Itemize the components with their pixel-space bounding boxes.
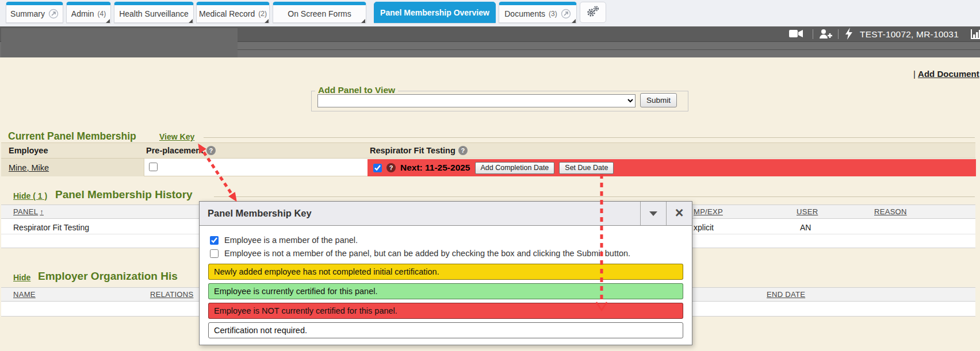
tab-medical-count: (2) — [258, 10, 267, 18]
history-col-panel[interactable]: PANEL↑ — [13, 207, 44, 216]
history-col-comp-exp[interactable]: MP/EXP — [694, 207, 723, 216]
add-document-link[interactable]: Add Document — [918, 69, 979, 79]
key-row-member-text: Employee is a member of the panel. — [224, 236, 358, 245]
tab-pmo-label: Panel Membership Overview — [380, 8, 489, 17]
tab-admin-label: Admin — [71, 9, 94, 18]
key-row-green: Employee is currently certified for this… — [208, 283, 683, 299]
history-hide-link[interactable]: Hide ( 1 ) — [13, 191, 47, 200]
employer-col-end-date[interactable]: END DATE — [767, 290, 805, 299]
add-panel-select[interactable] — [317, 94, 636, 107]
employer-title: Employer Organization His — [38, 270, 178, 283]
tab-onscreen-label: On Screen Forms — [288, 9, 351, 18]
panel-membership-overview-page: Summary Admin (4) Health Surveillance Me… — [0, 0, 980, 351]
tab-documents-label: Documents — [504, 9, 545, 18]
popout-icon[interactable] — [48, 9, 59, 19]
sort-ascending-icon: ↑ — [40, 207, 44, 216]
help-icon[interactable]: ? — [386, 163, 396, 172]
collapsed-menu-block — [1, 28, 238, 57]
employer-hide-link[interactable]: Hide — [13, 273, 30, 282]
add-document-row: | Add Document — [913, 69, 979, 79]
gears-icon — [586, 5, 600, 20]
key-row-not-member: Employee is not a member of the panel, b… — [210, 249, 630, 258]
dialog-close-button[interactable]: × — [666, 202, 692, 225]
current-panel-membership-title: Current Panel Membership — [8, 130, 136, 142]
view-key-link[interactable]: View Key — [159, 132, 194, 141]
column-respirator-fit-testing: Respirator Fit Testing ? — [370, 146, 468, 155]
tab-health-label: Health Surveillance — [119, 9, 189, 18]
help-icon[interactable]: ? — [458, 146, 468, 155]
help-icon[interactable]: ? — [206, 146, 216, 155]
popout-icon[interactable] — [561, 9, 571, 19]
employer-col-name[interactable]: NAME — [13, 290, 36, 299]
header-divider — [813, 29, 813, 39]
tab-documents-count: (3) — [549, 10, 557, 18]
add-user-icon[interactable] — [819, 29, 833, 41]
history-title: Panel Membership History — [55, 188, 193, 201]
tab-menu-fold-icon — [265, 19, 269, 23]
key-not-member-checkbox[interactable] — [210, 249, 219, 258]
tab-on-screen-forms[interactable]: On Screen Forms — [273, 2, 366, 23]
separator: | — [913, 69, 916, 79]
key-row-member: Employee is a member of the panel. — [210, 236, 358, 245]
history-col-reason[interactable]: REASON — [874, 207, 907, 216]
chart-icon[interactable] — [971, 29, 980, 41]
header-divider — [838, 29, 839, 39]
lightning-icon[interactable] — [845, 28, 853, 42]
column-employee: Employee — [9, 146, 48, 155]
column-employee-label: Employee — [9, 146, 48, 155]
history-col-panel-label: PANEL — [13, 207, 38, 216]
set-due-date-button[interactable]: Set Due Date — [559, 162, 614, 174]
history-row-panel: Respirator Fit Testing — [13, 223, 89, 232]
employee-link[interactable]: Mine, Mike — [9, 163, 49, 172]
tab-menu-fold-icon — [189, 19, 193, 23]
key-row-green-text: Employee is currently certified for this… — [214, 287, 378, 296]
employee-cell: Mine, Mike — [1, 159, 144, 176]
add-completion-date-button[interactable]: Add Completion Date — [475, 162, 555, 174]
history-row-user: AN — [800, 223, 811, 232]
tab-admin-count: (4) — [98, 10, 106, 18]
tab-panel-membership-overview[interactable]: Panel Membership Overview — [374, 2, 496, 23]
dialog-collapse-button[interactable] — [640, 202, 666, 225]
section-rule — [204, 137, 975, 138]
history-col-user[interactable]: USER — [797, 207, 818, 216]
tab-medical-label: Medical Record — [199, 9, 255, 18]
dialog-title-bar: Panel Membership Key × — [200, 202, 692, 226]
dialog-title: Panel Membership Key — [200, 202, 640, 225]
key-row-white: Certification not required. — [208, 322, 683, 338]
tab-documents[interactable]: Documents (3) — [499, 2, 577, 23]
key-row-yellow: Newly added employee has not completed i… — [208, 264, 683, 280]
video-camera-icon[interactable] — [789, 29, 804, 41]
column-pre-placement: Pre-placement ? — [146, 146, 216, 155]
key-row-white-text: Certification not required. — [214, 326, 307, 335]
tab-summary-label: Summary — [10, 9, 45, 18]
section-rule — [214, 196, 975, 197]
tab-health-surveillance[interactable]: Health Surveillance — [114, 2, 194, 23]
subheader-divider — [238, 49, 980, 50]
tab-settings-button[interactable] — [580, 2, 606, 23]
close-icon: × — [675, 206, 684, 220]
key-member-checkbox[interactable] — [210, 236, 219, 245]
column-respirator-label: Respirator Fit Testing — [370, 146, 455, 155]
tab-summary[interactable]: Summary — [6, 2, 63, 23]
key-row-red: Employee is NOT currently certified for … — [208, 303, 683, 319]
column-pre-placement-label: Pre-placement — [146, 146, 204, 155]
panel-membership-key-dialog: Panel Membership Key × Employee is a mem… — [199, 201, 692, 345]
tab-menu-fold-icon — [361, 19, 365, 23]
chevron-down-icon — [649, 211, 657, 216]
key-row-not-member-text: Employee is not a member of the panel, b… — [224, 249, 630, 258]
key-row-yellow-text: Newly added employee has not completed i… — [214, 267, 439, 276]
history-row-comp-exp: xplicit — [694, 223, 714, 232]
tab-admin[interactable]: Admin (4) — [66, 2, 111, 23]
key-row-red-text: Employee is NOT currently certified for … — [214, 306, 397, 315]
record-id: TEST-10072, MR-10031 — [860, 29, 959, 40]
tab-medical-record[interactable]: Medical Record (2) — [196, 2, 270, 23]
tab-menu-fold-icon — [106, 19, 110, 23]
pre-placement-checkbox[interactable] — [149, 163, 158, 171]
respirator-status-cell: ? Next: 11-25-2025 Add Completion Date S… — [368, 159, 976, 176]
tab-menu-fold-icon — [572, 19, 576, 23]
submit-button[interactable]: Submit — [640, 93, 677, 107]
next-due-date: Next: 11-25-2025 — [400, 163, 470, 173]
dialog-body: Employee is a member of the panel. Emplo… — [200, 226, 692, 345]
respirator-member-checkbox[interactable] — [373, 164, 382, 172]
employer-col-relationship[interactable]: RELATIONS — [150, 290, 193, 299]
